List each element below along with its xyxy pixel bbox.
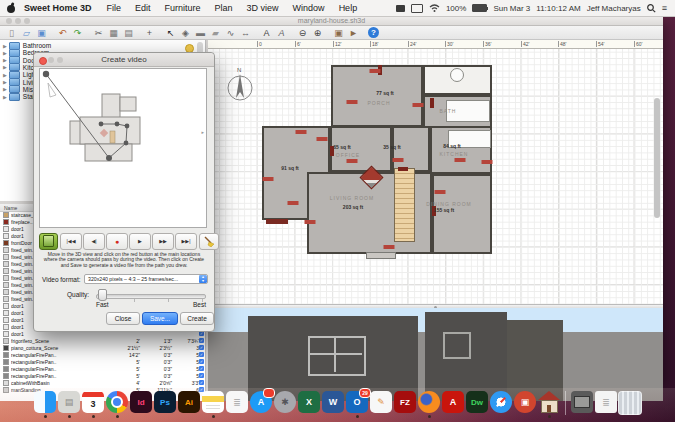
display-mirroring-icon[interactable] — [411, 4, 423, 13]
dock-chrome-icon[interactable] — [106, 391, 128, 418]
create-polyline-icon[interactable]: ∿ — [224, 27, 237, 39]
table-row[interactable]: piano_cottura_Scene2'1½"2'3½"3'✓ — [0, 344, 205, 351]
menu-bar-time[interactable]: 11:10:12 AM — [536, 4, 580, 13]
create-photo-icon[interactable]: ▣ — [332, 27, 345, 39]
spotlight-icon[interactable] — [647, 4, 656, 13]
disclosure-triangle-icon[interactable]: ▶ — [3, 64, 7, 70]
undo-icon[interactable]: ↶ — [56, 27, 69, 39]
clean-path-button[interactable] — [199, 233, 219, 250]
visible-checkbox[interactable]: ✓ — [199, 380, 204, 385]
zoom-out-icon[interactable]: ⊖ — [296, 27, 309, 39]
pan-icon[interactable]: ◈ — [179, 27, 192, 39]
menu-bar-date[interactable]: Sun Mar 3 — [493, 4, 530, 13]
dock-recent-window-icon[interactable] — [571, 391, 593, 413]
menu-window[interactable]: Window — [286, 3, 332, 13]
room-porch[interactable] — [331, 65, 423, 127]
compass-icon[interactable]: N — [224, 64, 256, 108]
notification-center-icon[interactable]: ≡ — [662, 3, 667, 13]
apple-menu-icon[interactable] — [6, 2, 16, 14]
quality-slider-thumb[interactable] — [98, 289, 107, 301]
zoom-in-icon[interactable]: ⊕ — [311, 27, 324, 39]
menu-edit[interactable]: Edit — [128, 3, 158, 13]
disclosure-triangle-icon[interactable]: ▶ — [3, 50, 7, 56]
user-menu[interactable]: Jeff Macharyas — [587, 4, 641, 13]
visible-checkbox[interactable]: ✓ — [199, 366, 204, 371]
dock-indesign-icon[interactable]: Id — [130, 391, 152, 413]
visible-checkbox[interactable]: ✓ — [199, 373, 204, 378]
disclosure-triangle-icon[interactable]: ▶ — [3, 43, 7, 49]
new-home-icon[interactable]: ▯ — [5, 27, 18, 39]
dialog-close-button[interactable] — [39, 57, 47, 65]
select-stepper-icon[interactable]: ▲▼ — [199, 275, 207, 283]
visible-checkbox[interactable]: ✓ — [199, 359, 204, 364]
select-icon[interactable]: ↖ — [164, 27, 177, 39]
menu-furniture[interactable]: Furniture — [158, 3, 208, 13]
dock-outlook-icon[interactable]: O29 — [346, 391, 368, 418]
redo-icon[interactable]: ↷ — [71, 27, 84, 39]
wifi-icon[interactable] — [429, 4, 440, 12]
step-back-button[interactable]: ◀| — [83, 233, 105, 250]
menu-3d-view[interactable]: 3D view — [240, 3, 286, 13]
table-row[interactable]: cabinetWithBasin4'2'0⅝"3'3"✓ — [0, 379, 205, 386]
dock-trash-icon[interactable] — [619, 391, 641, 415]
dock-filezilla-icon[interactable]: FZ — [394, 391, 416, 413]
cut-icon[interactable]: ✂ — [92, 27, 105, 39]
dock-sweet-home-3d-icon[interactable] — [538, 391, 560, 418]
create-walls-icon[interactable]: ▬ — [194, 27, 207, 39]
dock-textedit-icon[interactable]: ≣ — [226, 391, 248, 413]
dock-dreamweaver-icon[interactable]: Dw — [466, 391, 488, 413]
active-app-name[interactable]: Sweet Home 3D — [16, 3, 100, 13]
delete-path-button[interactable] — [39, 233, 58, 250]
help-icon[interactable]: ? — [368, 27, 379, 38]
window-titlebar[interactable]: maryland-house.sh3d — [0, 16, 663, 26]
skip-to-start-button[interactable]: |◀◀ — [60, 233, 82, 250]
create-video-icon[interactable]: ► — [347, 27, 360, 39]
status-app-icon[interactable] — [396, 5, 405, 12]
visible-checkbox[interactable]: ✓ — [199, 345, 204, 350]
staircase-plan[interactable] — [394, 168, 415, 242]
dock-firefox-icon[interactable] — [418, 391, 440, 418]
dock-app-store-icon[interactable]: A — [250, 391, 272, 413]
dock-safari-icon[interactable] — [490, 391, 512, 413]
dock-system-preferences-icon[interactable]: ✱ — [274, 391, 296, 413]
text-style-italic-icon[interactable]: A — [275, 27, 288, 39]
close-button[interactable]: Close — [106, 312, 140, 325]
dock-photoshop-icon[interactable]: Ps — [154, 391, 176, 413]
fast-forward-button[interactable]: ▶▶ — [152, 233, 174, 250]
menu-file[interactable]: File — [100, 3, 129, 13]
battery-percent[interactable]: 100% — [446, 4, 466, 13]
table-row[interactable]: rectangularFirePan..14'2"0'3"5'✓ — [0, 351, 205, 358]
visible-checkbox[interactable]: ✓ — [199, 352, 204, 357]
camera-path-preview[interactable]: ▸ — [39, 68, 207, 228]
copy-icon[interactable]: ▦ — [107, 27, 120, 39]
record-button[interactable]: ● — [106, 233, 128, 250]
create-dimensions-icon[interactable]: ↔ — [239, 27, 252, 39]
create-button[interactable]: Create — [180, 312, 214, 325]
dialog-titlebar[interactable]: Create video — [34, 53, 214, 67]
visible-checkbox[interactable]: ✓ — [199, 338, 204, 343]
dock-illustrator-icon[interactable]: Ai — [178, 391, 200, 413]
table-row[interactable]: frigorifero_Scene2'1'3"7'3¾"✓ — [0, 337, 205, 344]
paste-icon[interactable]: ▤ — [122, 27, 135, 39]
plan-view[interactable]: 06'12'18'24'30'36'42'48'54'60' N 77 sq f… — [208, 40, 663, 304]
add-furniture-icon[interactable]: + — [143, 27, 156, 39]
table-row[interactable]: rectangularFirePan..5'0'3"5'✓ — [0, 365, 205, 372]
dock-powerpoint-icon[interactable]: ▣ — [514, 391, 536, 413]
dock-excel-icon[interactable]: X — [298, 391, 320, 413]
disclosure-triangle-icon[interactable]: ▶ — [3, 79, 7, 85]
dock-pages-icon[interactable]: ✎ — [370, 391, 392, 413]
dock-documents-icon[interactable]: ≣ — [595, 391, 617, 413]
disclosure-triangle-icon[interactable]: ▶ — [3, 86, 7, 92]
table-row[interactable]: rectangularFirePan..5'0'3"5'✓ — [0, 358, 205, 365]
add-text-icon[interactable]: A — [260, 27, 273, 39]
dock-word-icon[interactable]: W — [322, 391, 344, 413]
plan-vertical-scrollbar[interactable] — [654, 98, 660, 218]
save-icon[interactable]: ▣ — [35, 27, 48, 39]
video-format-select[interactable]: 320x240 pixels – 4:3 – 25 frames/sec... … — [84, 274, 208, 284]
disclosure-triangle-icon[interactable]: ▶ — [3, 72, 7, 78]
name-column-header[interactable]: Name — [4, 205, 17, 211]
dock-notes-icon[interactable] — [202, 391, 224, 418]
room-dining-room[interactable] — [432, 174, 492, 254]
play-button[interactable]: ▶ — [129, 233, 151, 250]
dock-finder-icon[interactable] — [34, 391, 56, 418]
